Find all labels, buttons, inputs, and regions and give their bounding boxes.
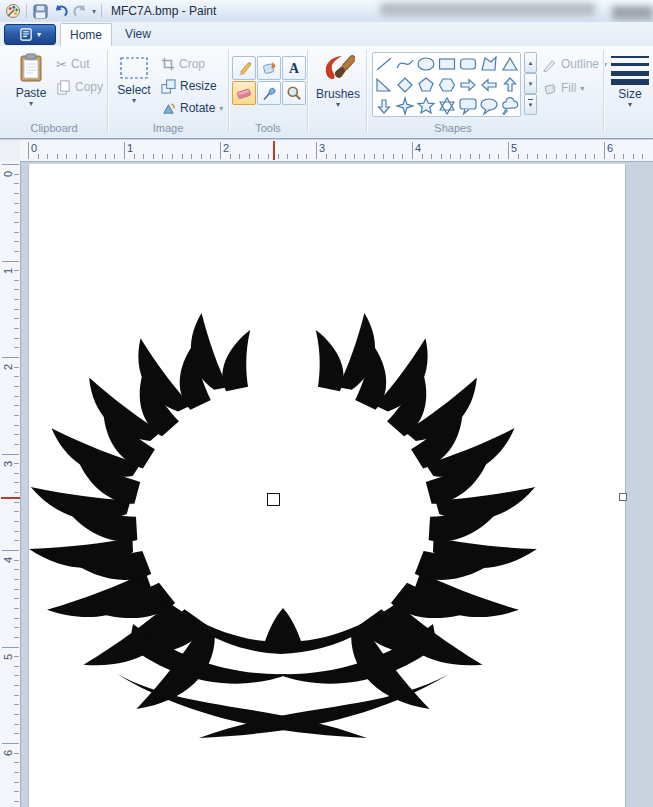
canvas-resize-handle[interactable] xyxy=(619,493,627,501)
arrow-right-icon xyxy=(458,75,478,95)
ruler-number: 4 xyxy=(415,142,421,154)
shape-ellipse[interactable] xyxy=(415,53,436,74)
shape-polygon[interactable] xyxy=(478,53,499,74)
tool-color-picker[interactable] xyxy=(257,81,281,105)
cursor-y-guide xyxy=(1,497,20,499)
resize-icon xyxy=(161,79,176,94)
window-title: MFC7A.bmp - Paint xyxy=(111,4,216,18)
crop-button[interactable]: Crop xyxy=(161,54,205,74)
qat-separator xyxy=(101,4,102,18)
line-icon xyxy=(374,54,394,74)
hexagon-icon xyxy=(437,75,457,95)
shape-arrow-up[interactable] xyxy=(499,74,520,95)
eraser-cursor-outline xyxy=(267,493,280,506)
cut-button[interactable]: ✂ Cut xyxy=(56,54,90,74)
application-menu-button[interactable]: ▾ xyxy=(4,24,56,45)
group-clipboard: Paste ▾ ✂ Cut Copy Clipboard xyxy=(2,46,106,138)
scroll-down-button[interactable]: ▼ xyxy=(524,73,537,94)
shape-arrow-down[interactable] xyxy=(373,95,394,116)
chevron-down-icon: ▾ xyxy=(628,101,632,109)
resize-button[interactable]: Resize xyxy=(161,76,217,96)
shape-diamond[interactable] xyxy=(394,74,415,95)
ruler-number: 1 xyxy=(2,265,14,277)
shape-four-point-star[interactable] xyxy=(394,95,415,116)
tab-view[interactable]: View xyxy=(112,23,164,46)
shape-five-point-star[interactable] xyxy=(415,95,436,116)
tab-home[interactable]: Home xyxy=(60,23,112,47)
menu-icon xyxy=(19,27,33,42)
customize-toolbar-dropdown[interactable]: ▾ xyxy=(92,7,96,16)
tool-fill-with-color[interactable] xyxy=(257,56,281,80)
shape-oval-callout[interactable] xyxy=(478,95,499,116)
tool-magnifier[interactable] xyxy=(282,81,306,105)
shape-hexagon[interactable] xyxy=(436,74,457,95)
outline-button[interactable]: Outline ▾ xyxy=(542,54,607,74)
shape-arrow-left[interactable] xyxy=(478,74,499,95)
arrow-down-icon xyxy=(374,96,394,116)
ruler-number: 6 xyxy=(2,747,14,759)
ribbon: Paste ▾ ✂ Cut Copy Clipboard Select ▾ xyxy=(0,46,653,139)
shape-arrow-right[interactable] xyxy=(457,74,478,95)
group-image: Select ▾ Crop Resize Rotate ▾ Image xyxy=(109,46,227,138)
polygon-icon xyxy=(479,54,499,74)
paint-window: ▾ MFC7A.bmp - Paint ▾ Home View Paste ▾ … xyxy=(0,0,653,807)
save-icon[interactable] xyxy=(31,2,49,20)
six-point-star-icon xyxy=(437,96,457,116)
ruler-number: 5 xyxy=(2,651,14,663)
fill-with-color-icon xyxy=(260,59,278,77)
tool-pencil[interactable] xyxy=(232,56,256,80)
copy-button[interactable]: Copy xyxy=(56,77,103,97)
blurred-region xyxy=(380,3,595,16)
shape-six-point-star[interactable] xyxy=(436,95,457,116)
paste-button[interactable]: Paste ▾ xyxy=(8,48,54,118)
shape-curve[interactable] xyxy=(394,53,415,74)
brushes-label: Brushes xyxy=(316,87,360,101)
select-button[interactable]: Select ▾ xyxy=(111,48,157,118)
select-label: Select xyxy=(117,83,150,97)
drawing-canvas[interactable] xyxy=(29,164,625,807)
horizontal-ruler: 0123456 xyxy=(20,140,653,162)
shape-rounded-rectangle[interactable] xyxy=(457,53,478,74)
ruler-number: 0 xyxy=(2,168,14,180)
five-point-star-icon xyxy=(416,96,436,116)
paint-app-icon[interactable] xyxy=(4,2,22,20)
scroll-up-button[interactable]: ▲ xyxy=(524,52,537,73)
ribbon-tab-row: ▾ Home View xyxy=(0,22,653,46)
fill-bucket-icon xyxy=(542,81,557,96)
brushes-button[interactable]: Brushes ▾ xyxy=(313,48,363,118)
size-button[interactable]: Size ▾ xyxy=(607,48,653,118)
fill-button[interactable]: Fill ▾ xyxy=(542,78,584,98)
tool-text[interactable]: A xyxy=(282,56,306,80)
ruler-number: 3 xyxy=(2,458,14,470)
shape-pentagon[interactable] xyxy=(415,74,436,95)
redo-icon[interactable] xyxy=(71,2,89,20)
oval-callout-icon xyxy=(479,96,499,116)
magnifier-icon xyxy=(285,84,303,102)
ruler-number: 5 xyxy=(511,142,517,154)
diamond-icon xyxy=(395,75,415,95)
shape-line[interactable] xyxy=(373,53,394,74)
shape-gallery-scrollbar: ▲ ▼ ▼ xyxy=(524,52,537,117)
group-tools: A Tools xyxy=(230,46,306,138)
undo-icon[interactable] xyxy=(51,2,69,20)
rotate-button[interactable]: Rotate ▾ xyxy=(161,98,223,118)
shape-cloud-callout[interactable] xyxy=(499,95,520,116)
rounded-rectangle-icon xyxy=(458,54,478,74)
tool-eraser[interactable] xyxy=(232,81,256,105)
shape-right-triangle[interactable] xyxy=(373,74,394,95)
shape-rounded-rectangular-callout[interactable] xyxy=(457,95,478,116)
arrow-up-icon xyxy=(500,75,520,95)
title-bar: ▾ MFC7A.bmp - Paint xyxy=(0,0,653,23)
shape-triangle[interactable] xyxy=(499,53,520,74)
shape-rectangle[interactable] xyxy=(436,53,457,74)
laurel-wreath-image xyxy=(29,164,625,807)
group-label-clipboard: Clipboard xyxy=(2,122,106,134)
pencil-icon xyxy=(235,59,253,77)
gallery-expand-button[interactable]: ▼ xyxy=(524,94,537,115)
chevron-down-icon: ▾ xyxy=(580,84,584,93)
rotate-icon xyxy=(161,101,176,116)
size-label: Size xyxy=(618,87,641,101)
rectangle-icon xyxy=(437,54,457,74)
ruler-number: 1 xyxy=(127,142,133,154)
brush-icon xyxy=(321,51,355,85)
